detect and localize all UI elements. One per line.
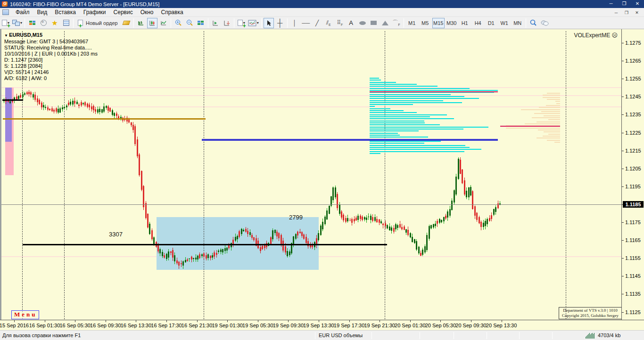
candle-body — [207, 254, 209, 259]
horizontal-line-button[interactable]: ── — [301, 18, 311, 28]
data-window-button[interactable]: + — [38, 18, 49, 28]
chart-minimize-button[interactable]: ─ — [611, 9, 621, 16]
timeframe-M30[interactable]: M30 — [446, 18, 458, 28]
candle-body — [404, 227, 405, 230]
time-tick-label[interactable]: 20 Sep 13:30 — [482, 323, 521, 328]
close-button[interactable]: ✕ — [631, 0, 644, 8]
search-button[interactable] — [528, 18, 538, 28]
candle-body — [472, 191, 473, 209]
candle-body — [222, 249, 223, 252]
crosshair-button[interactable]: ┼ — [275, 18, 285, 28]
menu-Вид[interactable]: Вид — [33, 8, 51, 16]
candle-body — [433, 224, 434, 227]
navigator-button[interactable]: ★ — [50, 18, 60, 28]
vertical-line-button[interactable]: │ — [289, 18, 300, 28]
ellipse-button[interactable] — [357, 18, 368, 28]
price-tick-label: 1.1165 — [625, 237, 641, 243]
text-button[interactable]: A — [346, 18, 356, 28]
candle-body — [274, 230, 276, 233]
new-chart-button[interactable]: +▾ — [0, 18, 11, 28]
candle-body — [210, 256, 211, 258]
price-tick-label: 1.1255 — [625, 76, 641, 81]
equidistant-channel-button[interactable]: ⫽E — [323, 18, 334, 28]
volume-bar — [370, 84, 417, 85]
candle-body — [355, 218, 357, 220]
profiles-button[interactable]: ▾ — [12, 18, 23, 28]
expert-menu-button[interactable]: Menu — [11, 310, 39, 319]
menu-Графики[interactable]: Графики — [80, 8, 110, 16]
candle-body — [187, 259, 188, 261]
candle-body — [318, 233, 319, 240]
chart-window-icon[interactable] — [2, 9, 9, 15]
rectangle-button[interactable] — [369, 18, 379, 28]
candle-body — [449, 209, 451, 216]
volume-bar-right — [556, 103, 560, 104]
timeframe-H1[interactable]: H1 — [459, 18, 471, 28]
timeframe-M15[interactable]: M15 — [432, 18, 445, 28]
chat-button[interactable] — [539, 18, 550, 28]
price-tick-mark — [622, 61, 624, 61]
app-logo-icon — [2, 1, 8, 7]
faint-level-line — [1, 106, 621, 107]
timeframe-H4[interactable]: H4 — [472, 18, 484, 28]
menu-Вставка[interactable]: Вставка — [51, 8, 80, 16]
timeframe-W1[interactable]: W1 — [498, 18, 511, 28]
zoom-out-button[interactable] — [184, 18, 195, 28]
volume-bar — [370, 133, 398, 134]
candlestick-chart-button[interactable] — [147, 18, 157, 28]
candle-body — [303, 235, 305, 239]
time-axis[interactable]: 15 Sep 201616 Sep 01:3016 Sep 05:3016 Se… — [0, 320, 621, 330]
volume-bar-right — [555, 101, 560, 102]
menu-Окно[interactable]: Окно — [137, 8, 157, 16]
candle-body — [405, 229, 407, 233]
info-line: STATUS: Receiving Real-time data..... — [4, 45, 98, 51]
candle-body — [34, 95, 36, 100]
indicators-button[interactable]: +▾ — [236, 18, 247, 28]
candle-body — [76, 102, 78, 104]
candle-body — [389, 227, 390, 230]
fibonacci-expansion-button[interactable]: ⌒F — [391, 18, 402, 28]
timeframe-M5[interactable]: M5 — [419, 18, 431, 28]
bar-chart-button[interactable] — [136, 18, 146, 28]
metaeditor-button[interactable] — [121, 18, 132, 28]
candle-body — [145, 203, 147, 218]
chart-shift-button[interactable] — [222, 18, 232, 28]
fibonacci-retracement-button[interactable]: ⠿F — [335, 18, 345, 28]
menu-Справка[interactable]: Справка — [157, 8, 187, 16]
chart-close-button[interactable]: ✕ — [632, 9, 642, 16]
menu-Файл[interactable]: Файл — [12, 8, 33, 16]
new-order-button[interactable]: +Новый ордер — [75, 18, 120, 28]
templates-button[interactable]: ▾ — [248, 18, 259, 28]
menu-Сервис[interactable]: Сервис — [110, 8, 137, 16]
timeframe-MN[interactable]: MN — [512, 18, 524, 28]
trendline-button[interactable]: ╱ — [312, 18, 322, 28]
triangle-button[interactable] — [380, 18, 390, 28]
chart-restore-button[interactable]: ❐ — [621, 9, 632, 16]
minimize-button[interactable]: ─ — [604, 0, 618, 8]
restore-button[interactable]: ❐ — [618, 0, 631, 8]
line-chart-button[interactable] — [158, 18, 169, 28]
price-axis[interactable]: 1.12751.12651.12551.12451.12351.12251.12… — [621, 29, 644, 320]
terminal-button[interactable] — [61, 18, 71, 28]
cursor-button[interactable] — [264, 18, 274, 28]
volume-bar-right — [538, 130, 560, 130]
timeframe-D1[interactable]: D1 — [485, 18, 497, 28]
volume-bar-right — [521, 109, 560, 110]
auto-scroll-button[interactable] — [210, 18, 221, 28]
timeframe-M1[interactable]: M1 — [406, 18, 418, 28]
candle-body — [399, 224, 401, 227]
violet-rect — [5, 88, 12, 142]
market-watch-button[interactable] — [27, 18, 37, 28]
status-symbol-cell[interactable]: EUR USD объемы — [319, 332, 363, 338]
candle-body — [182, 261, 184, 266]
candle-body — [343, 215, 344, 220]
chart-dropdown-icon[interactable]: ▼ — [4, 33, 9, 38]
candle-body — [305, 237, 307, 243]
chart-area[interactable]: ▼ EURUSD,M15 Message Line: GMT 3 | 54394… — [0, 29, 621, 320]
tile-windows-button[interactable] — [196, 18, 206, 28]
time-tick-mark — [197, 320, 198, 322]
volume-bar-right — [506, 128, 560, 129]
zoom-in-button[interactable] — [173, 18, 183, 28]
candle-body — [287, 251, 288, 256]
window-title: 1660240: FIBO-FIBO Group MT4 Demo Server… — [10, 1, 159, 7]
